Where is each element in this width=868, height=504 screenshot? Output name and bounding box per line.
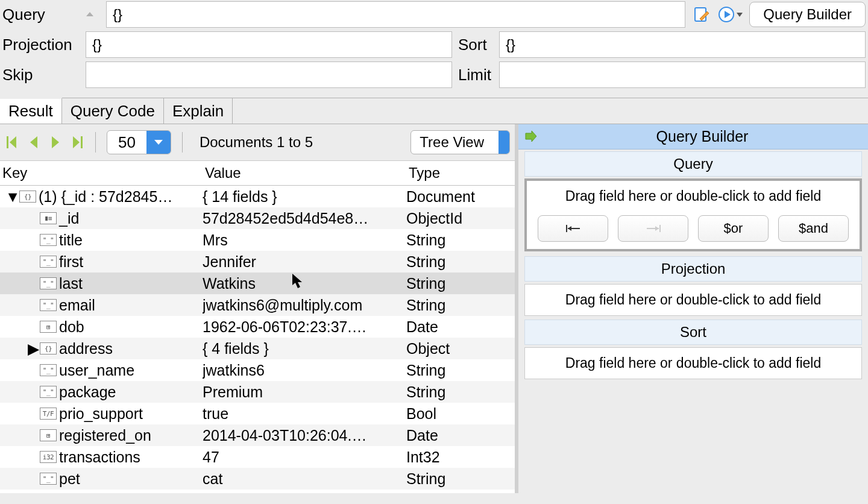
tree-row[interactable]: ∎≡_id57d28452ed5d4d54e8…ObjectId (0, 207, 515, 229)
tree-row[interactable]: ▶{}address{ 4 fields }Object (0, 338, 515, 359)
query-label: Query (2, 5, 74, 24)
page-size-select[interactable]: 50 (107, 130, 171, 154)
limit-input[interactable] (499, 61, 866, 88)
query-form: Query Query Builder Projection Sort (0, 0, 868, 98)
tree-header: Key Value Type (0, 161, 515, 186)
qb-projection-drop[interactable]: Drag field here or double-click to add f… (524, 284, 862, 316)
tree-row-root[interactable]: ▼{}(1) {_id : 57d2845…{ 14 fields }Docum… (0, 186, 515, 207)
result-tabs: Result Query Code Explain (0, 98, 868, 124)
apply-icon[interactable] (524, 128, 536, 145)
qb-sort-title: Sort (524, 320, 862, 345)
svg-marker-7 (30, 136, 37, 148)
view-mode-select[interactable]: Tree View (410, 130, 510, 154)
qb-query-drop[interactable]: Drag field here or double-click to add f… (527, 181, 860, 212)
outdent-button[interactable] (538, 215, 608, 242)
tab-result[interactable]: Result (0, 98, 62, 124)
svg-marker-15 (568, 226, 571, 231)
last-page-icon[interactable] (70, 133, 84, 151)
tree-row[interactable]: T/Fprio_supporttrueBool (0, 403, 515, 424)
svg-marker-12 (526, 131, 536, 142)
next-page-icon[interactable] (48, 133, 63, 151)
tree-body[interactable]: ▼{}(1) {_id : 57d2845…{ 14 fields }Docum… (0, 186, 515, 490)
col-value: Value (205, 165, 409, 181)
tab-explain[interactable]: Explain (164, 98, 233, 124)
projection-input[interactable] (86, 31, 452, 58)
sort-label: Sort (458, 36, 493, 54)
svg-rect-10 (81, 136, 83, 148)
svg-marker-4 (737, 13, 743, 17)
result-toolbar: 50 Documents 1 to 5 Tree View (0, 124, 515, 161)
tree-row[interactable]: "_"titleMrsString (0, 229, 515, 251)
svg-marker-8 (52, 136, 59, 148)
chevron-down-icon (498, 130, 509, 154)
query-builder-pane: Query Builder Query Drag field here or d… (518, 124, 868, 493)
or-button[interactable]: $or (698, 215, 769, 242)
tab-query-code[interactable]: Query Code (62, 98, 164, 124)
tree-row[interactable]: "_"petcatString (0, 468, 515, 490)
projection-label: Projection (2, 36, 80, 54)
svg-marker-6 (10, 136, 16, 148)
indent-button[interactable] (618, 215, 688, 242)
svg-marker-17 (655, 226, 659, 231)
page-size-value: 50 (107, 133, 146, 152)
query-builder-header: Query Builder (518, 124, 868, 150)
svg-marker-9 (73, 136, 80, 148)
skip-label: Skip (2, 66, 80, 84)
tree-row[interactable]: "_"emailjwatkins6@multiply.comString (0, 294, 515, 316)
collapse-icon[interactable] (80, 4, 100, 25)
tree-row[interactable]: ⊞dob1962-06-06T02:23:37.…Date (0, 316, 515, 338)
sort-input[interactable] (499, 31, 866, 58)
tree-row[interactable]: i32transactions47Int32 (0, 446, 515, 468)
chevron-down-icon[interactable] (736, 6, 743, 23)
qb-query-box[interactable]: Drag field here or double-click to add f… (524, 178, 862, 251)
and-button[interactable]: $and (778, 215, 849, 242)
svg-marker-0 (86, 12, 93, 16)
col-key: Key (2, 165, 205, 181)
qb-query-title: Query (524, 151, 862, 177)
tree-row[interactable]: "_"lastWatkinsString (0, 272, 515, 294)
tree-row[interactable]: "_"firstJenniferString (0, 251, 515, 272)
svg-rect-5 (7, 136, 8, 148)
separator (95, 132, 96, 153)
query-input[interactable] (106, 1, 685, 28)
skip-input[interactable] (86, 61, 452, 88)
result-pane: 50 Documents 1 to 5 Tree View Key Value … (0, 124, 518, 493)
tree-row[interactable]: "_"user_namejwatkins6String (0, 359, 515, 381)
separator (182, 132, 183, 153)
document-range: Documents 1 to 5 (193, 134, 319, 151)
run-button[interactable] (718, 6, 743, 23)
qb-projection-title: Projection (524, 256, 862, 282)
view-mode-value: Tree View (411, 134, 498, 151)
qb-sort-drop[interactable]: Drag field here or double-click to add f… (524, 347, 862, 379)
qb-query-buttons: $or $and (527, 212, 860, 249)
first-page-icon[interactable] (5, 133, 19, 151)
col-type: Type (409, 165, 512, 181)
limit-label: Limit (458, 66, 493, 84)
query-builder-title: Query Builder (542, 128, 862, 145)
edit-icon[interactable] (691, 4, 712, 25)
svg-marker-11 (154, 140, 163, 145)
tree-row[interactable]: "_"packagePremiumString (0, 381, 515, 403)
query-builder-button[interactable]: Query Builder (749, 2, 866, 27)
chevron-down-icon (146, 130, 171, 154)
prev-page-icon[interactable] (27, 133, 41, 151)
tree-row[interactable]: ⊞registered_on2014-04-03T10:26:04.…Date (0, 424, 515, 446)
